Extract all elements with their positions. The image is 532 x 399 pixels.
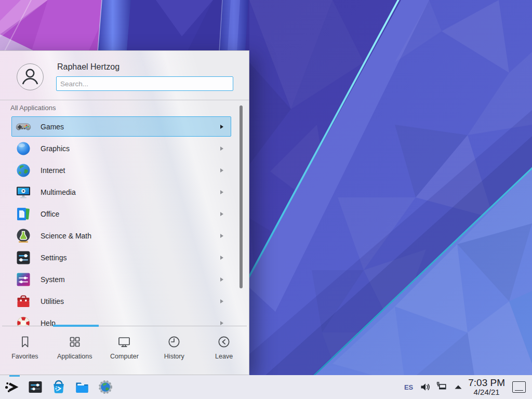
leave-back-icon <box>216 334 232 350</box>
application-launcher-menu: Raphael Hertzog All Applications GamesGr… <box>0 50 249 375</box>
submenu-arrow-icon <box>220 212 223 216</box>
category-label: Multimedia <box>41 188 76 196</box>
tab-label: Applications <box>57 353 92 360</box>
category-label: Utilities <box>41 297 64 305</box>
submenu-arrow-icon <box>220 234 223 238</box>
settings-sliders-icon <box>15 249 32 266</box>
science-flask-icon <box>15 228 32 244</box>
kali-launcher-icon <box>4 379 20 395</box>
category-label: Games <box>41 123 64 131</box>
tab-label: Leave <box>215 353 233 360</box>
category-label: Office <box>41 210 59 218</box>
submenu-arrow-icon <box>220 168 223 172</box>
web-browser-globe-icon <box>98 379 113 395</box>
tab-bar: FavoritesApplicationsComputerHistoryLeav… <box>0 326 249 376</box>
internet-globe-icon <box>15 162 32 179</box>
submenu-arrow-icon <box>220 277 223 282</box>
computer-monitor-icon <box>116 334 132 350</box>
network-icon[interactable] <box>436 381 447 393</box>
file-manager-folder-icon <box>74 379 90 395</box>
category-item-science-math[interactable]: Science & Math <box>0 225 249 247</box>
taskbar-app-kali-application-launcher[interactable] <box>4 379 20 395</box>
clock-date: 4/24/21 <box>474 388 500 396</box>
category-item-internet[interactable]: Internet <box>0 159 249 181</box>
taskbar-app-web-browser[interactable] <box>98 379 113 395</box>
digital-clock[interactable]: 7:03 PM 4/24/21 <box>468 378 505 396</box>
submenu-arrow-icon <box>220 256 223 260</box>
office-document-icon <box>15 206 32 222</box>
desktop: Raphael Hertzog All Applications GamesGr… <box>0 0 532 399</box>
utilities-toolbox-icon <box>15 293 32 310</box>
category-label: System <box>41 275 65 284</box>
header-divider <box>0 100 249 100</box>
submenu-arrow-icon <box>220 125 223 129</box>
discover-task-icon <box>51 379 66 395</box>
taskbar-app-file-manager[interactable] <box>74 379 90 395</box>
submenu-arrow-icon <box>220 190 223 194</box>
section-label: All Applications <box>10 104 56 112</box>
taskbar-app-system-settings[interactable] <box>28 379 43 395</box>
category-item-settings[interactable]: Settings <box>0 247 249 269</box>
history-clock-icon <box>166 334 182 350</box>
applications-grid-icon <box>67 334 83 350</box>
category-item-games[interactable]: Games <box>0 116 249 138</box>
gamepad-icon <box>15 118 32 135</box>
show-desktop-button[interactable] <box>512 381 526 393</box>
category-item-graphics[interactable]: Graphics <box>0 138 249 159</box>
user-avatar-icon[interactable] <box>17 63 44 90</box>
user-name: Raphael Hertzog <box>57 62 119 72</box>
category-item-utilities[interactable]: Utilities <box>0 290 249 312</box>
scrollbar-thumb[interactable] <box>240 105 243 288</box>
submenu-arrow-icon <box>220 299 223 303</box>
system-sliders-icon <box>15 271 32 288</box>
category-item-help[interactable]: Help <box>0 312 249 326</box>
tab-label: Computer <box>110 353 139 360</box>
caret-up-icon[interactable] <box>453 381 464 393</box>
category-item-office[interactable]: Office <box>0 203 249 225</box>
tab-favorites[interactable]: Favorites <box>0 326 50 376</box>
help-lifebuoy-icon <box>15 315 32 326</box>
tab-history[interactable]: History <box>149 326 199 376</box>
category-label: Science & Math <box>41 232 91 240</box>
category-label: Graphics <box>41 144 70 153</box>
tab-leave[interactable]: Leave <box>199 326 249 376</box>
multimedia-monitor-icon <box>15 184 32 201</box>
tab-applications[interactable]: Applications <box>50 326 100 376</box>
category-label: Internet <box>41 166 65 175</box>
category-list: GamesGraphicsInternetMultimediaOfficeSci… <box>0 116 249 326</box>
tab-label: Favorites <box>11 353 38 360</box>
search-input[interactable] <box>56 76 233 91</box>
category-item-system[interactable]: System <box>0 269 249 290</box>
graphics-sphere-icon <box>15 140 32 157</box>
tab-computer[interactable]: Computer <box>100 326 150 376</box>
category-item-multimedia[interactable]: Multimedia <box>0 181 249 203</box>
task-manager <box>4 379 121 395</box>
favorites-bookmark-icon <box>17 334 33 350</box>
volume-icon[interactable] <box>419 381 431 393</box>
submenu-arrow-icon <box>220 321 223 325</box>
taskbar-panel: ES 7:03 PM 4/24/21 <box>0 375 532 399</box>
submenu-arrow-icon <box>220 147 223 151</box>
active-task-indicator <box>9 375 20 377</box>
keyboard-layout-indicator[interactable]: ES <box>403 383 414 391</box>
category-label: Settings <box>41 254 67 262</box>
tab-label: History <box>164 353 184 360</box>
clock-time: 7:03 PM <box>468 378 505 388</box>
system-tray: ES <box>403 381 464 393</box>
taskbar-app-discover-software-center[interactable] <box>51 379 66 395</box>
active-tab-indicator <box>53 325 99 327</box>
system-settings-task-icon <box>28 379 43 395</box>
